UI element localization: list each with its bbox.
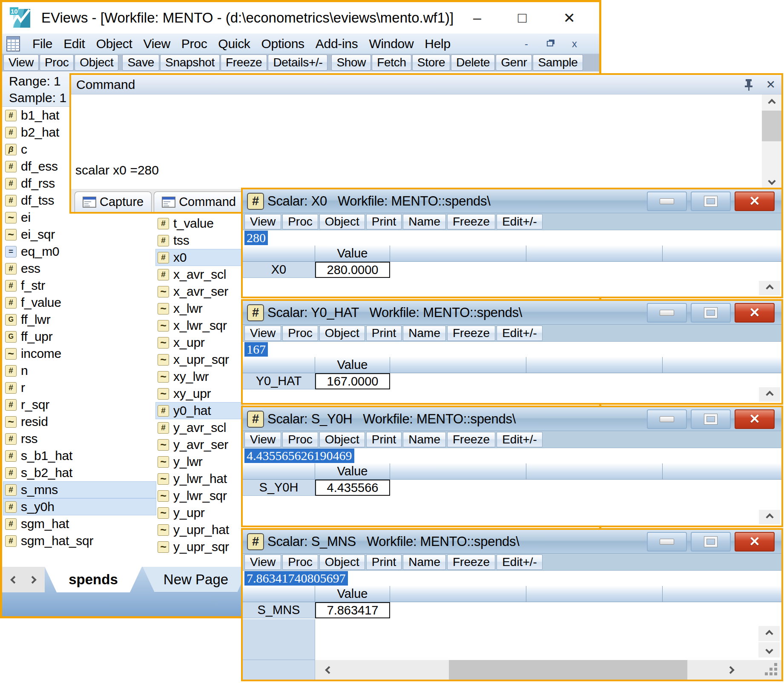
command-input-area[interactable]: scalar x0 =280 scalar y0_hat =b1_hat+b2_… xyxy=(71,94,761,189)
toolbar-button[interactable]: Proc xyxy=(40,54,74,71)
scalar-toolbar-button[interactable]: Freeze xyxy=(447,326,495,341)
workfile-object[interactable]: resid xyxy=(3,413,156,430)
workfile-object[interactable]: y_upr_hat xyxy=(155,521,243,538)
workfile-object[interactable]: x_upr_sqr xyxy=(155,351,243,368)
scalar-edit-value[interactable]: 167 xyxy=(244,342,268,357)
toolbar-button[interactable]: View xyxy=(3,54,39,71)
scalar-toolbar-button[interactable]: View xyxy=(244,432,281,447)
scalar-toolbar-button[interactable]: View xyxy=(244,326,281,341)
workfile-object[interactable]: s_b1_hat xyxy=(3,447,156,464)
workfile-object[interactable]: ff_lwr xyxy=(3,311,156,328)
workfile-object[interactable]: t_value xyxy=(155,215,243,232)
workfile-object[interactable]: ff_upr xyxy=(3,328,156,345)
menu-item[interactable]: Proc xyxy=(176,37,213,51)
workfile-object[interactable]: y_lwr_sqr xyxy=(155,487,243,504)
menu-item[interactable]: Edit xyxy=(58,37,91,51)
scalar-toolbar-button[interactable]: Name xyxy=(403,214,446,229)
workfile-object[interactable]: eq_m0 xyxy=(3,243,156,260)
workfile-object[interactable]: x_upr xyxy=(155,334,243,351)
workfile-object[interactable]: xy_lwr xyxy=(155,368,243,385)
workfile-object[interactable]: income xyxy=(3,345,156,362)
mdi-close-icon[interactable]: x xyxy=(572,38,577,50)
workfile-object[interactable]: s_y0h xyxy=(3,498,156,515)
resize-grip[interactable] xyxy=(744,660,781,680)
scalar-toolbar-button[interactable]: Freeze xyxy=(447,432,495,447)
page-tab[interactable]: New Page xyxy=(143,567,249,592)
scrollbar-thumb[interactable] xyxy=(449,660,687,680)
menu-item[interactable]: Quick xyxy=(213,37,256,51)
toolbar-button[interactable]: Delete xyxy=(451,54,495,71)
close-window-button[interactable]: ✕ xyxy=(563,9,576,26)
workfile-object[interactable]: r_sqr xyxy=(3,396,156,413)
scalar-toolbar-button[interactable]: Edit+/- xyxy=(497,326,543,341)
scroll-tabs-left-icon[interactable] xyxy=(10,576,18,583)
scalar-row-value[interactable]: 167.0000 xyxy=(315,373,390,389)
restore-button[interactable] xyxy=(691,191,731,211)
scalar-toolbar-button[interactable]: Freeze xyxy=(447,554,495,570)
toolbar-button[interactable]: Fetch xyxy=(372,54,411,71)
restore-button[interactable] xyxy=(691,409,731,429)
workfile-object[interactable]: xy_upr xyxy=(155,385,243,402)
scroll-up-icon[interactable] xyxy=(759,281,780,295)
restore-button[interactable] xyxy=(691,532,731,552)
toolbar-button[interactable]: Snapshot xyxy=(160,54,220,71)
workfile-object[interactable]: x_lwr_sqr xyxy=(155,317,243,334)
workfile-object[interactable]: y_upr_sqr xyxy=(155,538,243,555)
toolbar-button[interactable]: Details+/- xyxy=(268,54,327,71)
menu-item[interactable]: File xyxy=(27,37,58,51)
scalar-toolbar-button[interactable]: Freeze xyxy=(447,214,495,229)
scalar-toolbar-button[interactable]: Proc xyxy=(282,326,318,341)
menu-item[interactable]: Help xyxy=(419,37,456,51)
workfile-object[interactable]: sgm_hat_sqr xyxy=(3,532,156,549)
toolbar-button[interactable]: Genr xyxy=(496,54,532,71)
scalar-toolbar-button[interactable]: Proc xyxy=(282,554,318,570)
scalar-toolbar-button[interactable]: Name xyxy=(403,326,446,341)
command-tab[interactable]: Capture xyxy=(75,191,152,212)
workfile-object[interactable]: ess xyxy=(3,260,156,277)
workfile-object[interactable]: rss xyxy=(3,430,156,447)
scalar-edit-value[interactable]: 4.435565626190469 xyxy=(244,449,354,463)
page-tab[interactable]: spends xyxy=(45,567,142,592)
menu-item[interactable]: Window xyxy=(363,37,419,51)
scalar-toolbar-button[interactable]: Print xyxy=(366,554,402,570)
pin-icon[interactable] xyxy=(744,78,754,91)
scalar-edit-value[interactable]: 7.86341740805697 xyxy=(244,571,348,586)
scalar-edit-row[interactable]: 280 xyxy=(243,230,781,246)
close-button[interactable]: ✕ xyxy=(735,532,775,552)
scalar-edit-row[interactable]: 167 xyxy=(243,342,781,357)
workfile-object[interactable]: x_avr_scl xyxy=(155,266,243,283)
scalar-toolbar-button[interactable]: Print xyxy=(366,214,402,229)
workfile-object[interactable]: ei_sqr xyxy=(3,226,156,243)
toolbar-button[interactable]: Object xyxy=(75,54,118,71)
scalar-toolbar-button[interactable]: Edit+/- xyxy=(497,554,543,570)
scroll-right-icon[interactable] xyxy=(717,660,744,680)
scrollbar-thumb[interactable] xyxy=(762,111,781,141)
toolbar-button[interactable]: Store xyxy=(412,54,450,71)
workfile-object[interactable]: s_mns xyxy=(3,481,156,498)
scrollbar-track[interactable] xyxy=(342,660,717,680)
minimize-button[interactable] xyxy=(647,191,687,211)
workfile-object[interactable]: x_avr_ser xyxy=(155,283,243,300)
scroll-up-icon[interactable] xyxy=(759,387,780,402)
scroll-left-icon[interactable] xyxy=(315,660,342,680)
mdi-restore-icon[interactable] xyxy=(547,41,553,46)
scroll-up-icon[interactable] xyxy=(759,510,780,524)
workfile-object[interactable]: y0_hat xyxy=(155,402,243,419)
close-button[interactable]: ✕ xyxy=(735,191,775,211)
scroll-down-icon[interactable] xyxy=(758,642,780,657)
scalar-toolbar-button[interactable]: Object xyxy=(319,326,365,341)
command-vertical-scrollbar[interactable] xyxy=(762,94,781,189)
scroll-tabs-right-icon[interactable] xyxy=(29,576,36,583)
scalar-row-value[interactable]: 280.0000 xyxy=(315,262,390,278)
toolbar-button[interactable]: Freeze xyxy=(221,54,267,71)
scalar-toolbar-button[interactable]: Name xyxy=(403,432,446,447)
close-command-icon[interactable]: ✕ xyxy=(766,78,775,91)
horizontal-scrollbar[interactable] xyxy=(243,660,781,680)
workfile-object[interactable]: tss xyxy=(155,232,243,249)
scalar-edit-row[interactable]: 7.86341740805697 xyxy=(243,571,781,586)
mdi-minimize-icon[interactable]: - xyxy=(525,38,528,50)
scroll-down-icon[interactable] xyxy=(762,173,781,189)
toolbar-button[interactable]: Save xyxy=(122,54,159,71)
scalar-toolbar-button[interactable]: Object xyxy=(319,432,365,447)
scalar-row-value[interactable]: 7.863417 xyxy=(315,602,390,618)
